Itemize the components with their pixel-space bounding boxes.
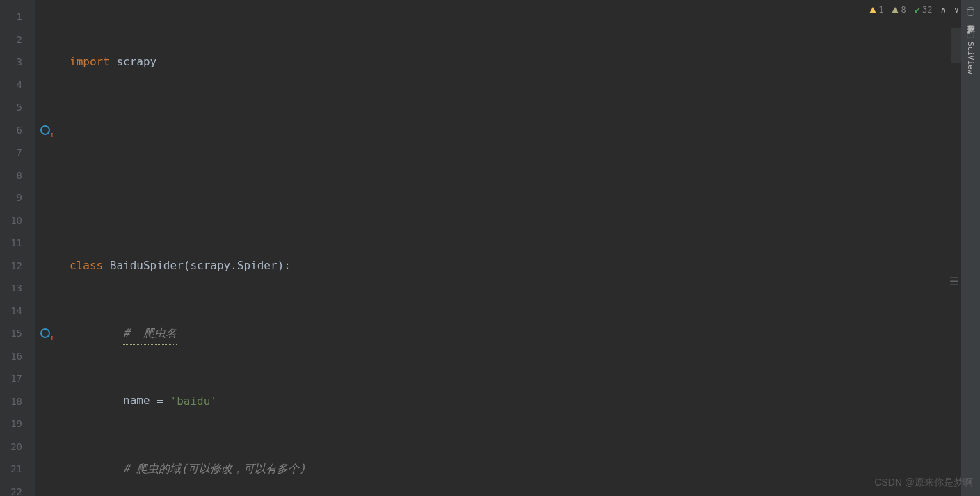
line-number: 15	[0, 322, 22, 345]
line-number: 7	[0, 141, 22, 164]
sciview-tab-label: SciView	[966, 42, 975, 74]
line-number: 19	[0, 413, 22, 435]
editor-container: 1 2 3 4 5 6 7 8 9 10 11 12 13 14 15 16 1…	[0, 0, 980, 496]
chevron-down-icon[interactable]: ∨	[954, 5, 959, 15]
sciview-icon	[966, 30, 975, 39]
database-icon	[966, 7, 975, 16]
line-number: 1	[0, 6, 22, 29]
chevron-up-icon[interactable]: ∧	[941, 5, 946, 15]
inspection-status-bar: 1 8 ✔ 32 ∧ ∨	[869, 4, 959, 15]
line-number: 12	[0, 255, 22, 278]
line-number: 10	[0, 209, 22, 232]
line-number: 14	[0, 300, 22, 323]
warning-icon	[869, 7, 876, 13]
line-number: 13	[0, 277, 22, 300]
typo-indicator[interactable]: ✔ 32	[915, 4, 933, 15]
line-number: 8	[0, 164, 22, 187]
comment: # 爬虫名	[123, 322, 177, 346]
line-number-gutter: 1 2 3 4 5 6 7 8 9 10 11 12 13 14 15 16 1…	[0, 0, 35, 496]
comment: # 爬虫的域(可以修改，可以有多个)	[123, 458, 306, 481]
right-tool-window-bar: 数据库 SciView	[961, 0, 980, 496]
weak-warning-icon	[892, 7, 899, 13]
weak-warning-count: 8	[901, 5, 906, 15]
line-number: 22	[0, 481, 22, 497]
svg-rect-2	[967, 31, 970, 33]
line-number: 9	[0, 186, 22, 209]
line-number: 2	[0, 29, 22, 51]
warning-indicator[interactable]: 1	[869, 5, 883, 15]
line-number: 5	[0, 96, 22, 119]
line-number: 11	[0, 232, 22, 255]
hamburger-icon[interactable]: ☰	[949, 275, 959, 288]
line-number: 21	[0, 458, 22, 481]
keyword-class: class	[70, 255, 103, 278]
scrollbar-thumb[interactable]	[951, 28, 961, 63]
database-tab[interactable]: 数据库	[963, 1, 979, 24]
line-number: 4	[0, 74, 22, 97]
line-number: 18	[0, 390, 22, 413]
csdn-watermark: CSDN @原来你是梦啊	[874, 477, 973, 489]
code-area[interactable]: import scrapy class BaiduSpider(scrapy.S…	[35, 0, 980, 496]
typo-count: 32	[922, 5, 932, 15]
line-number: 6	[0, 119, 22, 142]
keyword-import: import	[70, 51, 110, 74]
sciview-tab[interactable]: SciView	[963, 24, 978, 79]
line-number: 17	[0, 367, 22, 390]
var-name: name	[123, 390, 150, 413]
error-stripe[interactable]	[951, 0, 961, 496]
line-number: 20	[0, 435, 22, 458]
weak-warning-indicator[interactable]: 8	[892, 5, 906, 15]
check-icon: ✔	[915, 4, 920, 15]
svg-point-0	[967, 8, 974, 10]
warning-count: 1	[878, 5, 883, 15]
line-number: 3	[0, 51, 22, 74]
line-number: 16	[0, 345, 22, 368]
